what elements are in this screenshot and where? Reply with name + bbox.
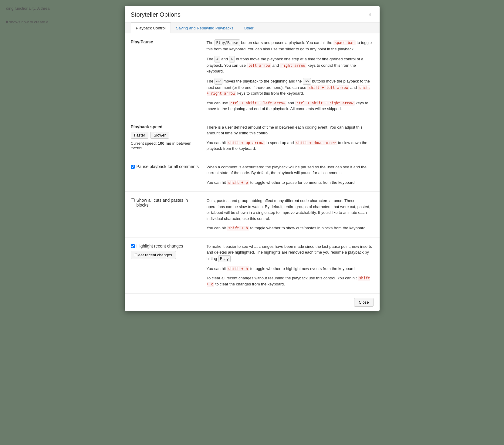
- tabs-bar: Playback Control Saving and Replaying Pl…: [125, 22, 380, 33]
- play-pause-kbd: Play/Pause: [215, 39, 240, 46]
- playback-speed-label: Playback speed Faster Slower Current spe…: [131, 124, 201, 152]
- highlight-changes-label: Highlight recent changes Clear recent ch…: [131, 244, 201, 287]
- shift-up-key: shift + up arrow: [227, 140, 265, 145]
- highlight-changes-content: To make it easier to see what changes ha…: [207, 244, 374, 287]
- modal-title: Storyteller Options: [131, 11, 181, 18]
- highlight-para2: You can hit shift + h to toggle whether …: [207, 266, 374, 272]
- cuts-pastes-checkbox-label[interactable]: Show all cuts and pastes in blocks: [131, 198, 201, 207]
- modal-dialog: Storyteller Options × Playback Control S…: [125, 6, 380, 311]
- highlight-para1: To make it easier to see what changes ha…: [207, 244, 374, 262]
- speed-controls: Faster Slower: [131, 132, 201, 139]
- shift-h-key: shift + h: [227, 266, 249, 271]
- cuts-pastes-para2: You can hit shift + b to toggle whether …: [207, 225, 374, 231]
- speed-value: 100 ms: [158, 141, 171, 146]
- gt-btn: >: [229, 56, 235, 62]
- faster-button[interactable]: Faster: [131, 132, 149, 139]
- pause-comments-checkbox-label[interactable]: Pause playback for all comments: [131, 164, 201, 169]
- ctrl-shift-left-key: ctrl + shift + left arrow: [229, 101, 286, 106]
- cuts-pastes-para1: Cuts, pastes, and group tabbing affect m…: [207, 198, 374, 221]
- play-kbd: Play: [218, 255, 231, 262]
- clear-recent-changes-button[interactable]: Clear recent changes: [131, 251, 176, 259]
- pause-comments-para2: You can hit shift + p to toggle whether …: [207, 180, 374, 186]
- slower-button[interactable]: Slower: [150, 132, 169, 139]
- cuts-pastes-content: Cuts, pastes, and group tabbing affect m…: [207, 198, 374, 231]
- pause-comments-content: When a comment is encountered the playba…: [207, 164, 374, 186]
- pause-comments-para1: When a comment is encountered the playba…: [207, 164, 374, 176]
- shift-down-key: shift + down arrow: [295, 140, 337, 145]
- modal-footer: Close: [125, 293, 380, 311]
- play-pause-para4: You can use ctrl + shift + left arrow an…: [207, 100, 374, 112]
- play-pause-para1: The Play/Pause button starts and pauses …: [207, 39, 374, 52]
- pause-comments-label: Pause playback for all comments: [131, 164, 201, 186]
- section-cuts-pastes: Show all cuts and pastes in blocks Cuts,…: [125, 192, 380, 238]
- shift-c-key: shift + c: [207, 276, 370, 287]
- tab-playback-control[interactable]: Playback Control: [131, 22, 171, 33]
- modal-header: Storyteller Options ×: [125, 6, 380, 22]
- modal-body: Play/Pause The Play/Pause button starts …: [125, 33, 380, 293]
- section-play-pause: Play/Pause The Play/Pause button starts …: [125, 33, 380, 118]
- gg-btn: >>: [303, 78, 311, 85]
- ctrl-shift-right-key: ctrl + shift + right arrow: [295, 101, 355, 106]
- lt-btn: <: [215, 56, 220, 62]
- right-arrow-key: right arrow: [280, 63, 306, 68]
- shift-left-key: shift + left arrow: [307, 85, 349, 90]
- pause-comments-checkbox[interactable]: [131, 165, 135, 169]
- close-button[interactable]: Close: [354, 298, 373, 307]
- cuts-pastes-checkbox[interactable]: [131, 198, 135, 202]
- highlight-para3: To clear all recent changes without resu…: [207, 275, 374, 287]
- ll-btn: <<: [215, 78, 222, 85]
- modal-backdrop: Storyteller Options × Playback Control S…: [0, 0, 504, 445]
- spacebar-key: space bar: [333, 40, 356, 45]
- shift-p-key: shift + p: [227, 180, 249, 185]
- section-pause-comments: Pause playback for all comments When a c…: [125, 158, 380, 192]
- play-pause-label: Play/Pause: [131, 39, 201, 112]
- play-pause-para3: The << moves the playback to the beginni…: [207, 78, 374, 96]
- shift-b-key: shift + b: [227, 226, 249, 231]
- play-pause-content: The Play/Pause button starts and pauses …: [207, 39, 374, 112]
- playback-speed-content: There is a user defined amount of time i…: [207, 124, 374, 152]
- section-playback-speed: Playback speed Faster Slower Current spe…: [125, 118, 380, 158]
- left-arrow-key: left arrow: [247, 63, 271, 68]
- highlight-changes-checkbox-label[interactable]: Highlight recent changes: [131, 244, 201, 248]
- speed-para1: There is a user defined amount of time i…: [207, 124, 374, 136]
- current-speed-display: Current speed: 100 ms in between events: [131, 141, 201, 150]
- cuts-pastes-label: Show all cuts and pastes in blocks: [131, 198, 201, 231]
- highlight-changes-checkbox[interactable]: [131, 244, 135, 248]
- tab-saving-replaying[interactable]: Saving and Replaying Playbacks: [171, 22, 238, 33]
- play-pause-para2: The < and > buttons move the playback on…: [207, 56, 374, 74]
- section-highlight-changes: Highlight recent changes Clear recent ch…: [125, 238, 380, 294]
- speed-para2: You can hit shift + up arrow to speed up…: [207, 140, 374, 152]
- modal-close-button[interactable]: ×: [367, 11, 374, 19]
- tab-other[interactable]: Other: [238, 22, 259, 33]
